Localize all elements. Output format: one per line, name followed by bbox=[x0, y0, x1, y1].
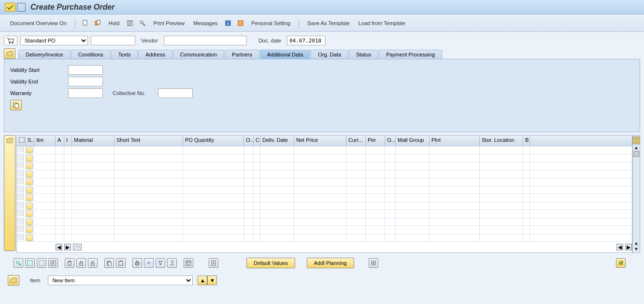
personal-setting-button[interactable]: Personal Setting bbox=[248, 18, 293, 28]
scroll-up-icon[interactable]: ▲ bbox=[634, 145, 639, 150]
item-next-icon[interactable]: ▼ bbox=[207, 276, 217, 285]
po-number-input[interactable] bbox=[91, 36, 135, 45]
scroll-left-icon[interactable]: ◀ bbox=[56, 244, 62, 250]
scroll-right-icon[interactable]: ▶ bbox=[64, 244, 71, 250]
checkmark-icon[interactable] bbox=[5, 3, 15, 12]
new-document-icon[interactable] bbox=[82, 19, 89, 27]
display-icon[interactable] bbox=[48, 258, 58, 268]
table-row[interactable] bbox=[17, 162, 632, 170]
messages-button[interactable]: Messages bbox=[190, 18, 220, 28]
print-icon[interactable] bbox=[132, 258, 142, 268]
grid-col-i[interactable]: I bbox=[64, 136, 72, 146]
tab-status[interactable]: Status bbox=[349, 50, 378, 59]
paste-icon[interactable] bbox=[116, 258, 126, 268]
grid-col-currency[interactable]: Curr... bbox=[346, 136, 366, 146]
grid-col-per[interactable]: Per bbox=[366, 136, 385, 146]
table-row[interactable] bbox=[17, 178, 632, 186]
warranty-input[interactable] bbox=[68, 88, 103, 98]
tab-additional-data[interactable]: Additional Data bbox=[260, 50, 311, 59]
grid-col-net-price[interactable]: Net Price bbox=[294, 136, 346, 146]
scroll-config-icon[interactable]: ⋯ bbox=[73, 244, 82, 250]
copy-icon[interactable] bbox=[104, 258, 114, 268]
other-po-icon[interactable] bbox=[94, 19, 102, 27]
grid-col-status[interactable]: S.. bbox=[26, 136, 34, 146]
validity-start-input[interactable] bbox=[68, 65, 103, 75]
grid-hscroll[interactable]: ◀ ▶ ⋯ ◀ ▶ bbox=[17, 243, 632, 251]
tab-delivery-invoice[interactable]: Delivery/Invoice bbox=[18, 50, 71, 59]
item-prev-icon[interactable]: ▲ bbox=[198, 276, 207, 285]
layout-icon[interactable] bbox=[184, 258, 193, 268]
po-type-select[interactable]: Standard PO bbox=[20, 36, 88, 45]
doc-overview-button[interactable]: Document Overview On bbox=[7, 18, 70, 28]
item-overview-toggle[interactable] bbox=[4, 135, 15, 251]
grid-col-deliv-date[interactable]: Deliv. Date bbox=[260, 136, 294, 146]
validity-end-input[interactable] bbox=[68, 77, 103, 86]
item-select[interactable]: New Item bbox=[48, 276, 193, 285]
personal-setting-icon[interactable] bbox=[237, 19, 244, 27]
load-template-button[interactable]: Load from Template bbox=[356, 18, 408, 28]
tab-payment-processing[interactable]: Payment Processing bbox=[379, 50, 442, 59]
collective-no-input[interactable] bbox=[158, 88, 193, 98]
tab-communication[interactable]: Communication bbox=[173, 50, 224, 59]
grid-col-oun[interactable]: O... bbox=[244, 136, 254, 146]
copy-icon[interactable] bbox=[10, 100, 22, 111]
sum-icon[interactable] bbox=[167, 258, 177, 268]
addl-planning-button[interactable]: Addl Planning bbox=[307, 258, 354, 268]
config-columns-icon[interactable] bbox=[632, 137, 640, 144]
item-detail-toggle[interactable] bbox=[8, 275, 19, 286]
scroll-right-end-icon[interactable]: ▶ bbox=[625, 244, 632, 250]
hold-button[interactable]: Hold bbox=[106, 18, 123, 28]
simulate-icon[interactable] bbox=[139, 19, 146, 27]
table-row[interactable] bbox=[17, 210, 632, 218]
tab-texts[interactable]: Texts bbox=[111, 50, 138, 59]
filter-icon[interactable] bbox=[156, 258, 165, 268]
select-all-icon[interactable] bbox=[25, 258, 35, 268]
grid-col-stor-location[interactable]: Stor. Location bbox=[480, 136, 523, 146]
cart-icon[interactable] bbox=[4, 36, 17, 45]
detail-icon[interactable] bbox=[14, 258, 23, 268]
scroll-left-end-icon[interactable]: ◀ bbox=[616, 244, 623, 250]
table-row[interactable] bbox=[17, 186, 632, 194]
deselect-all-icon[interactable] bbox=[37, 258, 46, 268]
sort-asc-icon[interactable] bbox=[144, 258, 154, 268]
services-icon[interactable] bbox=[616, 258, 626, 268]
delete-icon[interactable] bbox=[65, 258, 74, 268]
grid-col-plnt[interactable]: Plnt bbox=[429, 136, 480, 146]
tab-conditions[interactable]: Conditions bbox=[71, 50, 111, 59]
table-row[interactable] bbox=[17, 234, 632, 242]
grid-vscroll[interactable]: ▲ ▲ ▼ bbox=[632, 135, 640, 253]
expand-header-icon[interactable] bbox=[4, 48, 15, 59]
tab-partners[interactable]: Partners bbox=[225, 50, 259, 59]
table-row[interactable] bbox=[17, 146, 632, 154]
save-template-button[interactable]: Save As Template bbox=[304, 18, 353, 28]
doc-date-input[interactable] bbox=[287, 36, 326, 45]
table-row[interactable] bbox=[17, 170, 632, 179]
grid-col-short-text[interactable]: Short Text bbox=[114, 136, 183, 146]
grid-col-itm[interactable]: Itm bbox=[34, 136, 56, 146]
scroll-down-icon[interactable]: ▼ bbox=[634, 247, 639, 251]
park-icon[interactable] bbox=[126, 19, 134, 27]
info-icon[interactable]: i bbox=[224, 19, 232, 27]
table-row[interactable] bbox=[17, 202, 632, 210]
expand-icon[interactable] bbox=[209, 258, 218, 268]
grid-col-po-quantity[interactable]: PO Quantity bbox=[183, 136, 244, 146]
grid-col-select[interactable] bbox=[17, 136, 26, 146]
grid-col-material[interactable]: Material bbox=[72, 136, 114, 146]
print-preview-button[interactable]: Print Preview bbox=[150, 18, 187, 28]
grid-col-c[interactable]: C bbox=[254, 136, 260, 146]
table-row[interactable] bbox=[17, 226, 632, 234]
table-row[interactable] bbox=[17, 154, 632, 163]
vendor-input[interactable] bbox=[164, 36, 247, 45]
unlock-icon[interactable] bbox=[88, 258, 98, 268]
scroll-up2-icon[interactable]: ▲ bbox=[634, 241, 639, 246]
table-row[interactable] bbox=[17, 218, 632, 226]
default-values-button[interactable]: Default Values bbox=[246, 258, 295, 268]
tab-address[interactable]: Address bbox=[138, 50, 172, 59]
table-row[interactable] bbox=[17, 194, 632, 202]
grid-col-matl-group[interactable]: Matl Group bbox=[396, 136, 429, 146]
attachment-icon[interactable] bbox=[369, 258, 378, 268]
grid-col-b[interactable]: B bbox=[523, 136, 530, 146]
lock-icon[interactable] bbox=[76, 258, 86, 268]
small-icon[interactable] bbox=[17, 3, 26, 12]
grid-col-a[interactable]: A bbox=[56, 136, 64, 146]
